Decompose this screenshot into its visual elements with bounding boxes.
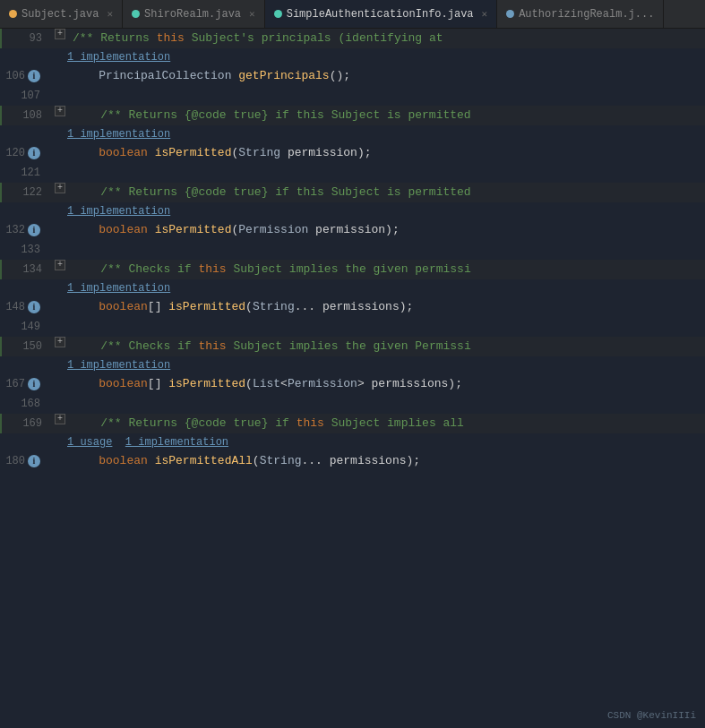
line-gutter-93[interactable]: + — [51, 29, 69, 39]
info-icon-120[interactable]: i — [28, 147, 40, 159]
tab-label-authorizingrealm: AuthorizingRealm.j... — [519, 8, 654, 21]
meta-line-134: 1 implementation — [0, 279, 705, 297]
code-content-149 — [67, 317, 705, 337]
code-content-148: boolean[] isPermitted(String... permissi… — [67, 297, 705, 317]
code-content-167: boolean[] isPermitted(List<Permission> p… — [67, 374, 705, 394]
meta-line-93: 1 implementation — [0, 48, 705, 66]
line-number-134: 134 — [2, 260, 51, 279]
tab-simpleauth[interactable]: SimpleAuthenticationInfo.java ✕ — [265, 0, 497, 28]
line-gutter-169[interactable]: + — [51, 414, 69, 424]
line-number-169: 169 — [2, 414, 51, 433]
code-content-169: /** Returns {@code true} if this Subject… — [69, 414, 705, 433]
code-content-93: /** Returns this Subject's principals (i… — [69, 29, 705, 48]
code-line-120: 120 i boolean isPermitted(String permiss… — [0, 143, 705, 163]
expand-btn-108[interactable]: + — [55, 106, 65, 116]
tab-icon-simpleauth — [274, 10, 282, 18]
tab-icon-subject — [9, 10, 17, 18]
code-line-133: 133 — [0, 240, 705, 260]
code-area: 93 + /** Returns this Subject's principa… — [0, 29, 705, 728]
line-gutter-108[interactable]: + — [51, 106, 69, 116]
info-icon-132[interactable]: i — [28, 224, 40, 236]
tab-label-shiro: ShiroRealm.java — [144, 8, 241, 21]
meta-line-108: 1 implementation — [0, 125, 705, 143]
watermark: CSDN @KevinIIIi — [607, 710, 696, 721]
tab-close-simpleauth[interactable]: ✕ — [482, 8, 488, 20]
code-content-120: boolean isPermitted(String permission); — [67, 143, 705, 163]
tab-label-simpleauth: SimpleAuthenticationInfo.java — [287, 8, 474, 21]
code-content-121 — [67, 163, 705, 183]
impl-link-134[interactable]: 1 implementation — [67, 279, 170, 297]
code-content-106: PrincipalCollection getPrincipals(); — [67, 66, 705, 86]
tab-shiro-realm[interactable]: ShiroRealm.java ✕ — [123, 0, 265, 28]
code-line-168: 168 — [0, 394, 705, 414]
line-number-120: 120 i — [0, 143, 49, 163]
code-content-180: boolean isPermittedAll(String... permiss… — [67, 451, 705, 471]
line-number-148: 148 i — [0, 297, 49, 317]
expand-btn-93[interactable]: + — [55, 29, 65, 39]
impl-link-108[interactable]: 1 implementation — [67, 125, 170, 143]
tab-subject-java[interactable]: Subject.java ✕ — [0, 0, 123, 28]
line-number-150: 150 — [2, 337, 51, 356]
code-line-169: 169 + /** Returns {@code true} if this S… — [0, 414, 705, 433]
code-content-107 — [67, 86, 705, 106]
code-line-150: 150 + /** Checks if this Subject implies… — [0, 337, 705, 356]
info-icon-167[interactable]: i — [28, 378, 40, 390]
line-gutter-122[interactable]: + — [51, 183, 69, 193]
expand-btn-169[interactable]: + — [55, 414, 65, 424]
line-number-149: 149 — [0, 317, 49, 337]
code-line-122: 122 + /** Returns {@code true} if this S… — [0, 183, 705, 202]
code-line-106: 106 i PrincipalCollection getPrincipals(… — [0, 66, 705, 86]
impl-link-93[interactable]: 1 implementation — [67, 48, 170, 66]
code-line-148: 148 i boolean[] isPermitted(String... pe… — [0, 297, 705, 317]
info-icon-180[interactable]: i — [28, 455, 40, 467]
line-number-106: 106 i — [0, 66, 49, 86]
tab-authorizingrealm[interactable]: AuthorizingRealm.j... — [497, 0, 664, 28]
line-number-167: 167 i — [0, 374, 49, 394]
code-line-108: 108 + /** Returns {@code true} if this S… — [0, 106, 705, 125]
tab-label-subject: Subject.java — [21, 8, 99, 21]
line-number-133: 133 — [0, 240, 49, 260]
tab-close-subject[interactable]: ✕ — [107, 8, 113, 20]
impl-link-169[interactable]: 1 implementation — [125, 433, 228, 451]
expand-btn-134[interactable]: + — [55, 260, 65, 270]
line-gutter-134[interactable]: + — [51, 260, 69, 270]
code-line-149: 149 — [0, 317, 705, 337]
code-content-132: boolean isPermitted(Permission permissio… — [67, 220, 705, 240]
line-number-121: 121 — [0, 163, 49, 183]
tab-close-shiro[interactable]: ✕ — [249, 8, 255, 20]
info-icon-148[interactable]: i — [28, 301, 40, 313]
expand-btn-150[interactable]: + — [55, 337, 65, 347]
code-line-93: 93 + /** Returns this Subject's principa… — [0, 29, 705, 48]
code-content-122: /** Returns {@code true} if this Subject… — [69, 183, 705, 202]
code-content-168 — [67, 394, 705, 414]
line-number-107: 107 — [0, 86, 49, 106]
code-line-121: 121 — [0, 163, 705, 183]
code-content-133 — [67, 240, 705, 260]
impl-link-122[interactable]: 1 implementation — [67, 202, 170, 220]
code-content-134: /** Checks if this Subject implies the g… — [69, 260, 705, 279]
meta-line-150: 1 implementation — [0, 356, 705, 374]
tab-bar: Subject.java ✕ ShiroRealm.java ✕ SimpleA… — [0, 0, 705, 29]
expand-btn-122[interactable]: + — [55, 183, 65, 193]
line-number-122: 122 — [2, 183, 51, 202]
info-icon-106[interactable]: i — [28, 70, 40, 82]
code-line-132: 132 i boolean isPermitted(Permission per… — [0, 220, 705, 240]
line-number-168: 168 — [0, 394, 49, 414]
code-line-167: 167 i boolean[] isPermitted(List<Permiss… — [0, 374, 705, 394]
usage-link-169[interactable]: 1 usage — [67, 433, 112, 451]
code-content-150: /** Checks if this Subject implies the g… — [69, 337, 705, 356]
code-line-134: 134 + /** Checks if this Subject implies… — [0, 260, 705, 279]
impl-link-150[interactable]: 1 implementation — [67, 356, 170, 374]
tab-icon-authorizingrealm — [506, 10, 514, 18]
meta-line-169: 1 usage 1 implementation — [0, 433, 705, 451]
meta-line-122: 1 implementation — [0, 202, 705, 220]
line-number-93: 93 — [2, 29, 51, 48]
tab-icon-shiro — [132, 10, 140, 18]
code-line-180: 180 i boolean isPermittedAll(String... p… — [0, 451, 705, 471]
line-gutter-150[interactable]: + — [51, 337, 69, 347]
line-number-180: 180 i — [0, 451, 49, 471]
code-content-108: /** Returns {@code true} if this Subject… — [69, 106, 705, 125]
line-number-132: 132 i — [0, 220, 49, 240]
code-line-107: 107 — [0, 86, 705, 106]
line-number-108: 108 — [2, 106, 51, 125]
